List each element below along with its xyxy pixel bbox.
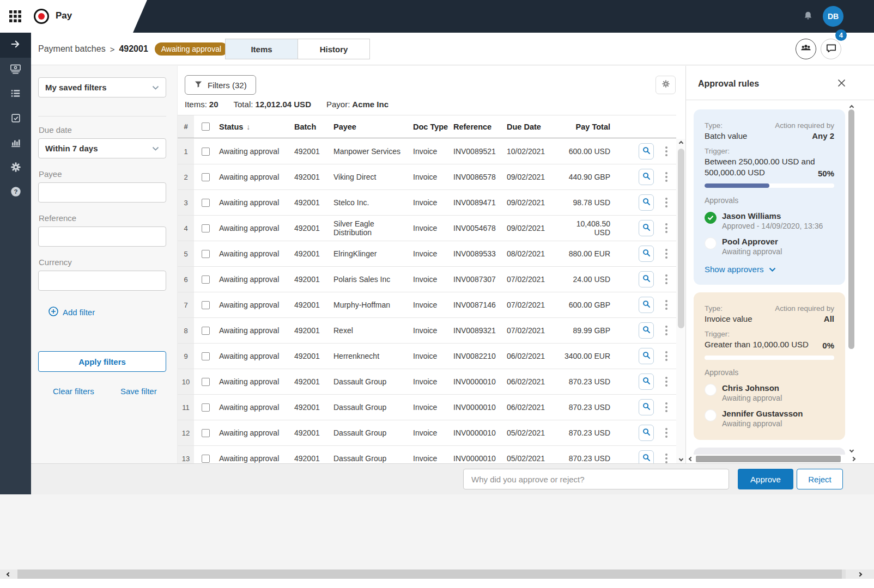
breadcrumb-root-link[interactable]: Payment batches: [38, 44, 106, 54]
view-item-button[interactable]: [639, 246, 654, 262]
panel-vertical-scrollbar[interactable]: [847, 103, 856, 455]
sidebar-item-reports[interactable]: [0, 131, 31, 156]
table-row[interactable]: 4 Awaiting approval 492001 Silver Eagle …: [178, 216, 676, 241]
column-header-payee[interactable]: Payee: [331, 122, 411, 131]
view-item-button[interactable]: [639, 169, 654, 185]
row-menu-kebab-icon[interactable]: [665, 351, 667, 353]
page-horizontal-scrollbar[interactable]: [0, 569, 874, 579]
column-header-reference[interactable]: Reference: [451, 122, 505, 131]
row-menu-kebab-icon[interactable]: [665, 402, 667, 405]
sidebar-item-settings[interactable]: [0, 156, 31, 180]
view-item-button[interactable]: [639, 220, 654, 236]
sidebar-item-expand[interactable]: [0, 33, 31, 58]
table-row[interactable]: 9 Awaiting approval 492001 Herrenknecht …: [178, 344, 676, 369]
table-row[interactable]: 1 Awaiting approval 492001 Manpower Serv…: [178, 139, 676, 164]
table-row[interactable]: 6 Awaiting approval 492001 Polaris Sales…: [178, 267, 676, 292]
table-vertical-scrollbar[interactable]: [676, 139, 686, 463]
table-row[interactable]: 2 Awaiting approval 492001 Viking Direct…: [178, 164, 676, 190]
table-row[interactable]: 12 Awaiting approval 492001 Dassault Gro…: [178, 420, 676, 446]
table-row[interactable]: 13 Awaiting approval 492001 Dassault Gro…: [178, 446, 676, 463]
sidebar-item-help[interactable]: ?: [0, 180, 31, 205]
currency-input[interactable]: [45, 276, 159, 285]
row-menu-kebab-icon[interactable]: [665, 377, 667, 379]
row-checkbox[interactable]: [202, 148, 210, 156]
sidebar-item-payments[interactable]: [0, 58, 31, 82]
table-row[interactable]: 7 Awaiting approval 492001 Murphy-Hoffma…: [178, 292, 676, 318]
saved-filters-select[interactable]: My saved filters: [38, 77, 166, 97]
row-checkbox[interactable]: [202, 327, 210, 335]
row-checkbox[interactable]: [202, 250, 210, 258]
table-row[interactable]: 3 Awaiting approval 492001 Stelco Inc. I…: [178, 190, 676, 216]
view-item-button[interactable]: [639, 373, 654, 390]
scroll-right-arrow[interactable]: [849, 455, 857, 463]
scroll-left-arrow[interactable]: [0, 569, 17, 579]
table-settings-button[interactable]: [656, 76, 676, 94]
row-menu-kebab-icon[interactable]: [665, 223, 667, 225]
view-item-button[interactable]: [639, 425, 654, 441]
payee-input[interactable]: [45, 188, 159, 197]
row-checkbox[interactable]: [202, 224, 210, 232]
row-checkbox[interactable]: [202, 275, 210, 284]
row-checkbox[interactable]: [202, 403, 210, 412]
panel-horizontal-scrollbar[interactable]: [687, 455, 857, 463]
scrollbar-thumb[interactable]: [17, 569, 842, 579]
scrollbar-thumb[interactable]: [696, 456, 841, 462]
tab-items[interactable]: Items: [226, 39, 298, 59]
filters-button[interactable]: Filters (32): [185, 75, 256, 95]
notifications-bell-icon[interactable]: [802, 10, 814, 24]
view-item-button[interactable]: [639, 450, 654, 463]
table-row[interactable]: 5 Awaiting approval 492001 ElringKlinger…: [178, 241, 676, 267]
view-item-button[interactable]: [639, 297, 654, 313]
row-menu-kebab-icon[interactable]: [665, 300, 667, 302]
save-filter-link[interactable]: Save filter: [120, 387, 157, 396]
approve-button[interactable]: Approve: [738, 469, 793, 489]
view-item-button[interactable]: [639, 194, 654, 211]
scroll-up-arrow[interactable]: [676, 139, 686, 148]
show-approvers-link[interactable]: Show approvers: [705, 265, 834, 274]
reject-button[interactable]: Reject: [797, 469, 843, 489]
apply-filters-button[interactable]: Apply filters: [38, 351, 166, 372]
table-row[interactable]: 11 Awaiting approval 492001 Dassault Gro…: [178, 395, 676, 420]
view-item-button[interactable]: [639, 399, 654, 415]
app-launcher-grid-icon[interactable]: [8, 9, 22, 26]
row-menu-kebab-icon[interactable]: [665, 172, 667, 174]
column-header-doc-type[interactable]: Doc Type: [411, 122, 451, 131]
scroll-down-arrow[interactable]: [676, 455, 686, 463]
comments-button[interactable]: [821, 39, 841, 59]
row-menu-kebab-icon[interactable]: [665, 249, 667, 251]
table-row[interactable]: 10 Awaiting approval 492001 Dassault Gro…: [178, 369, 676, 395]
select-all-checkbox[interactable]: [202, 122, 210, 131]
row-checkbox[interactable]: [202, 199, 210, 207]
row-checkbox[interactable]: [202, 301, 210, 309]
approval-comment-input[interactable]: [463, 469, 729, 489]
column-header-pay-total[interactable]: Pay Total: [562, 122, 610, 131]
row-menu-kebab-icon[interactable]: [665, 274, 667, 277]
user-avatar[interactable]: DB: [823, 6, 843, 27]
row-checkbox[interactable]: [202, 378, 210, 386]
row-checkbox[interactable]: [202, 429, 210, 437]
add-filter-link[interactable]: Add filter: [48, 307, 95, 318]
clear-filters-link[interactable]: Clear filters: [53, 387, 94, 396]
scroll-down-arrow[interactable]: [847, 446, 856, 455]
row-checkbox[interactable]: [202, 455, 210, 463]
row-checkbox[interactable]: [202, 173, 210, 181]
tab-history[interactable]: History: [298, 39, 369, 59]
scroll-right-arrow[interactable]: [846, 569, 874, 579]
column-header-batch[interactable]: Batch: [292, 122, 331, 131]
scroll-left-arrow[interactable]: [687, 455, 695, 463]
row-menu-kebab-icon[interactable]: [665, 428, 667, 430]
row-menu-kebab-icon[interactable]: [665, 198, 667, 200]
row-checkbox[interactable]: [202, 352, 210, 360]
scrollbar-thumb[interactable]: [848, 109, 854, 349]
row-menu-kebab-icon[interactable]: [665, 454, 667, 456]
close-icon[interactable]: [837, 79, 846, 89]
column-header-status[interactable]: Status↓: [217, 122, 292, 131]
row-menu-kebab-icon[interactable]: [665, 146, 667, 149]
view-item-button[interactable]: [639, 322, 654, 339]
sidebar-item-list[interactable]: [0, 82, 31, 107]
due-date-select[interactable]: Within 7 days: [38, 138, 166, 158]
table-row[interactable]: 8 Awaiting approval 492001 Rexel Invoice…: [178, 318, 676, 344]
scrollbar-thumb[interactable]: [678, 149, 684, 328]
view-item-button[interactable]: [639, 348, 654, 364]
approvers-button[interactable]: [796, 39, 816, 59]
